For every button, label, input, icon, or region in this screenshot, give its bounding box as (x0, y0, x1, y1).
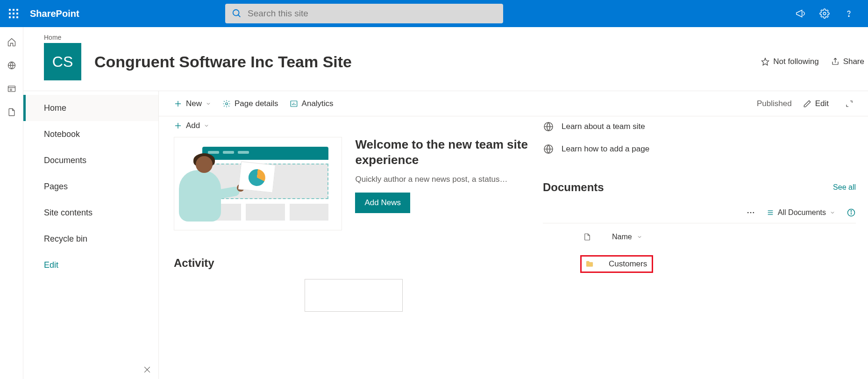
follow-button[interactable]: Not following (761, 57, 818, 66)
svg-rect-7 (13, 16, 14, 18)
tip-learn-team-site[interactable]: Learn about a team site (543, 121, 868, 132)
edit-label: Edit (815, 99, 829, 108)
pencil-icon (803, 100, 811, 108)
analytics-button[interactable]: Analytics (290, 99, 334, 108)
svg-rect-1 (13, 9, 14, 11)
app-launcher-button[interactable] (0, 0, 27, 27)
more-icon[interactable] (746, 208, 755, 217)
page-details-label: Page details (235, 99, 278, 108)
waffle-icon (9, 9, 18, 18)
chart-icon (290, 100, 298, 108)
chevron-down-icon (206, 101, 211, 107)
svg-point-9 (233, 10, 239, 16)
file-icon[interactable] (7, 107, 16, 117)
nav-item-documents[interactable]: Documents (23, 147, 158, 173)
documents-heading: Documents (543, 181, 604, 194)
app-rail (0, 27, 23, 379)
add-label: Add (186, 121, 200, 130)
nav-item-recycle-bin[interactable]: Recycle bin (23, 226, 158, 252)
activity-card-placeholder (305, 279, 403, 312)
svg-point-11 (823, 12, 826, 15)
svg-rect-0 (9, 9, 11, 11)
suite-bar: SharePoint (0, 0, 868, 27)
nav-item-home[interactable]: Home (23, 95, 158, 121)
app-name[interactable]: SharePoint (30, 8, 79, 19)
command-bar: New Page details Analytics Published (159, 91, 868, 116)
svg-rect-6 (9, 16, 11, 18)
chevron-down-icon (204, 123, 209, 129)
svg-rect-3 (9, 13, 11, 14)
left-nav: Home Notebook Documents Pages Site conte… (23, 91, 159, 379)
edit-button[interactable]: Edit (803, 99, 829, 108)
site-title: Congruent Software Inc Team Site (94, 53, 352, 71)
see-all-link[interactable]: See all (833, 183, 856, 192)
help-icon[interactable] (844, 8, 854, 19)
gear-icon (222, 100, 231, 108)
new-label: New (186, 99, 202, 108)
tip-label: Learn about a team site (562, 122, 645, 131)
news-illustration (174, 137, 342, 230)
tip-label: Learn how to add a page (562, 144, 649, 154)
file-type-icon[interactable] (583, 232, 591, 242)
globe-icon (543, 143, 554, 155)
page-details-button[interactable]: Page details (222, 99, 278, 108)
analytics-label: Analytics (302, 99, 334, 108)
site-logo[interactable]: CS (44, 43, 81, 80)
star-icon (761, 57, 769, 66)
svg-rect-5 (16, 13, 18, 14)
svg-rect-14 (8, 86, 15, 92)
news-subtitle: Quickly author a new news post, a status… (355, 175, 533, 184)
svg-point-12 (848, 16, 849, 17)
plus-icon (174, 122, 182, 130)
news-icon[interactable] (7, 84, 16, 93)
svg-point-24 (226, 102, 228, 105)
folder-icon (584, 260, 595, 268)
nav-item-notebook[interactable]: Notebook (23, 121, 158, 147)
svg-point-35 (753, 212, 754, 214)
share-label: Share (843, 57, 864, 66)
search-box[interactable] (225, 4, 503, 23)
svg-marker-18 (762, 58, 769, 65)
add-webpart-button[interactable]: Add (174, 121, 543, 130)
plus-icon (174, 100, 182, 108)
globe-icon (543, 121, 554, 132)
svg-point-33 (747, 212, 749, 214)
close-icon[interactable] (142, 365, 152, 374)
search-input[interactable] (248, 8, 497, 19)
globe-icon[interactable] (7, 61, 16, 70)
nav-edit-link[interactable]: Edit (23, 252, 158, 278)
breadcrumb[interactable]: Home (44, 34, 868, 41)
settings-icon[interactable] (819, 8, 830, 19)
view-selector[interactable]: All Documents (767, 208, 835, 217)
documents-row[interactable]: Customers (543, 250, 868, 278)
info-icon[interactable] (847, 208, 856, 217)
follow-label: Not following (773, 57, 818, 66)
new-button[interactable]: New (174, 99, 211, 108)
nav-item-pages[interactable]: Pages (23, 173, 158, 200)
svg-line-10 (238, 15, 241, 17)
megaphone-icon[interactable] (795, 8, 805, 19)
svg-point-41 (851, 210, 852, 211)
view-label: All Documents (778, 208, 826, 217)
share-button[interactable]: Share (831, 57, 864, 66)
row-name: Customers (609, 259, 647, 269)
column-name[interactable]: Name (612, 233, 642, 241)
svg-rect-8 (16, 16, 18, 18)
tip-learn-add-page[interactable]: Learn how to add a page (543, 143, 868, 155)
nav-item-site-contents[interactable]: Site contents (23, 200, 158, 226)
chevron-down-icon (830, 210, 835, 215)
activity-heading: Activity (174, 257, 543, 270)
documents-column-header: Name (543, 223, 868, 250)
expand-icon[interactable] (846, 100, 853, 107)
search-icon (232, 8, 242, 19)
share-icon (831, 57, 840, 66)
svg-rect-2 (16, 9, 18, 11)
published-status: Published (757, 99, 792, 108)
add-news-button[interactable]: Add News (355, 193, 410, 213)
home-icon[interactable] (7, 37, 16, 47)
chevron-down-icon (637, 234, 642, 240)
list-icon (767, 209, 774, 216)
news-title: Welcome to the new team site experience (355, 137, 533, 167)
svg-point-34 (750, 212, 752, 214)
site-header: Home CS Congruent Software Inc Team Site… (23, 27, 868, 91)
